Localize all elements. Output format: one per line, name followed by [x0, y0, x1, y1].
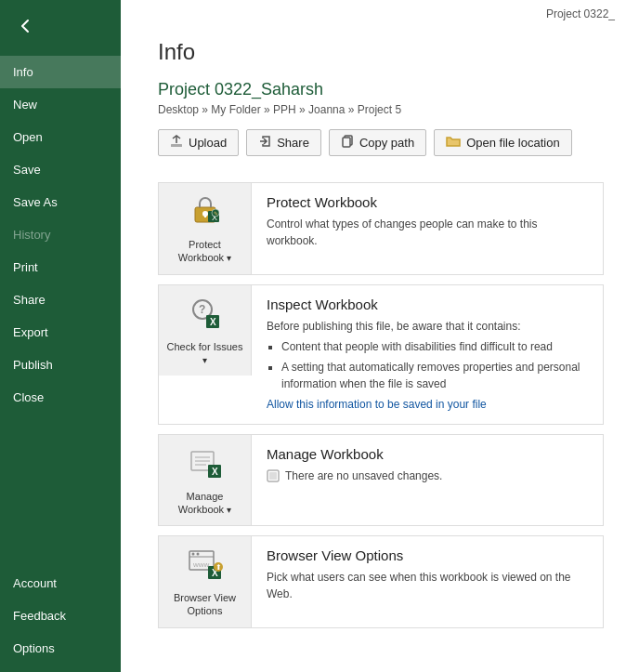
- sidebar-item-history: History: [0, 218, 121, 251]
- action-buttons: Upload Share Copy path: [158, 129, 604, 156]
- sidebar-item-feedback[interactable]: Feedback: [0, 600, 121, 632]
- svg-text:✎: ✎: [214, 211, 218, 217]
- protect-workbook-title: Protect Workbook: [267, 194, 588, 210]
- unsaved-icon: [267, 469, 280, 482]
- copy-path-icon: [341, 135, 354, 151]
- top-bar: Project 0322_: [121, 0, 626, 24]
- breadcrumb: Desktop » My Folder » PPH » Joanna » Pro…: [158, 103, 604, 116]
- svg-point-25: [191, 553, 194, 556]
- browser-view-desc: Pick what users can see when this workbo…: [267, 569, 588, 602]
- share-icon: [258, 135, 271, 151]
- sidebar-item-info[interactable]: Info: [0, 56, 121, 88]
- sidebar-item-print[interactable]: Print: [0, 251, 121, 283]
- browser-view-options-card: www X ⬆ Browser View Options Browser Vie…: [158, 535, 604, 628]
- sidebar-item-save[interactable]: Save: [0, 153, 121, 186]
- sidebar-item-account[interactable]: Account: [0, 567, 121, 600]
- svg-text:?: ?: [199, 303, 205, 316]
- filename-display: Project 0322_: [546, 7, 615, 20]
- page-title: Info: [158, 39, 604, 65]
- sidebar-item-share[interactable]: Share: [0, 283, 121, 316]
- share-button[interactable]: Share: [246, 129, 321, 156]
- sidebar-item-options[interactable]: Options: [0, 632, 121, 665]
- sidebar-item-close[interactable]: Close: [0, 381, 121, 414]
- sidebar-item-save-as[interactable]: Save As: [0, 186, 121, 218]
- protect-workbook-icon: X ✎: [188, 192, 223, 232]
- manage-workbook-desc: There are no unsaved changes.: [267, 468, 588, 484]
- sidebar-item-new[interactable]: New: [0, 88, 121, 121]
- content-area: Info Project 0322_Saharsh Desktop » My F…: [121, 24, 626, 660]
- protect-workbook-label[interactable]: Protect Workbook: [166, 238, 243, 265]
- file-title: Project 0322_Saharsh: [158, 80, 604, 99]
- main-content: Project 0322_ Info Project 0322_Saharsh …: [121, 0, 626, 672]
- folder-icon: [446, 135, 461, 151]
- svg-rect-2: [343, 138, 350, 147]
- sidebar-item-publish[interactable]: Publish: [0, 349, 121, 381]
- bullet-1: Content that people with disabilities fi…: [281, 338, 588, 355]
- manage-workbook-title: Manage Workbook: [267, 446, 588, 462]
- svg-rect-0: [171, 144, 182, 147]
- copy-path-button[interactable]: Copy path: [329, 129, 426, 156]
- manage-workbook-label[interactable]: Manage Workbook: [166, 490, 243, 517]
- inspect-bullets: Content that people with disabilities fi…: [267, 338, 588, 392]
- browser-view-label: Browser View Options: [166, 591, 243, 618]
- browser-view-body: Browser View Options Pick what users can…: [252, 536, 603, 613]
- check-issues-label[interactable]: Check for Issues: [166, 340, 243, 367]
- browser-view-icon-box[interactable]: www X ⬆ Browser View Options: [159, 536, 252, 627]
- manage-workbook-icon: X: [188, 444, 223, 484]
- svg-text:X: X: [212, 467, 218, 477]
- protect-workbook-desc: Control what types of changes people can…: [267, 216, 588, 249]
- sidebar-bottom: Account Feedback Options: [0, 567, 121, 665]
- inspect-workbook-body: Inspect Workbook Before publishing this …: [252, 285, 603, 424]
- bullet-2: A setting that automatically removes pro…: [281, 359, 588, 392]
- manage-workbook-icon-box[interactable]: X Manage Workbook: [159, 435, 252, 526]
- inspect-workbook-icon-box[interactable]: ? X Check for Issues: [159, 285, 252, 376]
- inspect-workbook-title: Inspect Workbook: [267, 296, 588, 312]
- copy-path-label: Copy path: [359, 136, 414, 150]
- upload-button[interactable]: Upload: [158, 129, 239, 156]
- manage-workbook-card: X Manage Workbook Manage Workbook There …: [158, 434, 604, 527]
- upload-label: Upload: [189, 136, 227, 150]
- inspect-workbook-desc: Before publishing this file, be aware th…: [267, 318, 588, 413]
- sidebar-item-open[interactable]: Open: [0, 121, 121, 153]
- sidebar-item-export[interactable]: Export: [0, 316, 121, 349]
- upload-icon: [170, 135, 183, 151]
- svg-text:www: www: [192, 560, 210, 569]
- share-label: Share: [277, 136, 309, 150]
- browser-view-title: Browser View Options: [267, 547, 588, 563]
- svg-point-26: [196, 553, 199, 556]
- allow-info-link[interactable]: Allow this information to be saved in yo…: [267, 396, 588, 413]
- sidebar: Info New Open Save Save As History Print…: [0, 0, 121, 672]
- open-file-location-button[interactable]: Open file location: [434, 129, 571, 156]
- back-button[interactable]: [7, 7, 45, 45]
- open-file-location-label: Open file location: [466, 136, 559, 150]
- protect-workbook-icon-box[interactable]: X ✎ Protect Workbook: [159, 183, 252, 274]
- protect-workbook-body: Protect Workbook Control what types of c…: [252, 183, 603, 260]
- inspect-workbook-icon: ? X: [188, 295, 223, 335]
- inspect-workbook-card: ? X Check for Issues Inspect Workbook Be…: [158, 284, 604, 425]
- svg-text:⬆: ⬆: [215, 563, 222, 572]
- sidebar-nav: Info New Open Save Save As History Print…: [0, 56, 121, 567]
- svg-text:X: X: [210, 317, 216, 327]
- protect-workbook-card: X ✎ Protect Workbook Protect Workbook Co…: [158, 182, 604, 275]
- svg-rect-22: [269, 472, 277, 480]
- browser-view-icon: www X ⬆: [188, 546, 223, 586]
- manage-workbook-body: Manage Workbook There are no unsaved cha…: [252, 435, 603, 495]
